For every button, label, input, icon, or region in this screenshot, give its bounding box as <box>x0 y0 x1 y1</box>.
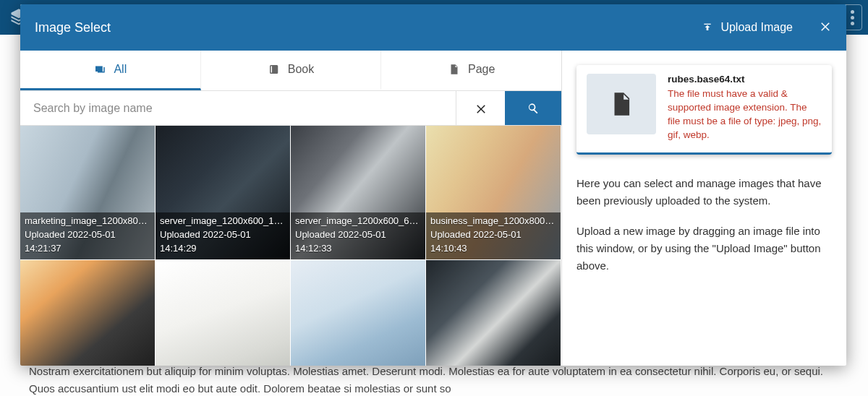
close-icon <box>475 102 488 115</box>
image-filename: business_image_1200x800_5.jp <box>430 215 556 228</box>
image-thumbnail[interactable]: marketing_image_1200x800_1.Uploaded 2022… <box>20 126 156 260</box>
image-uploaded: Uploaded 2022-05-01 14:10:43 <box>430 228 556 256</box>
image-grid: marketing_image_1200x800_1.Uploaded 2022… <box>20 126 561 366</box>
image-uploaded: Uploaded 2022-05-01 14:14:29 <box>160 228 286 256</box>
modal-body: All Book Page mar <box>20 51 846 366</box>
file-icon <box>608 87 635 121</box>
tab-page[interactable]: Page <box>381 51 561 90</box>
close-button[interactable] <box>819 20 832 36</box>
search-icon <box>526 101 540 116</box>
upload-image-label: Upload Image <box>720 21 793 34</box>
image-filename: marketing_image_1200x800_1. <box>25 215 150 228</box>
modal-header: Image Select Upload Image <box>20 4 846 51</box>
error-message: The file must have a valid & supported i… <box>668 87 822 142</box>
right-pane: rubes.base64.txt The file must have a va… <box>562 51 846 366</box>
image-meta: server_image_1200x600_6.jpgUploaded 2022… <box>291 212 425 259</box>
tab-all[interactable]: All <box>20 51 201 90</box>
upload-image-button[interactable]: Upload Image <box>702 21 793 34</box>
modal-title: Image Select <box>35 20 111 35</box>
image-thumbnail[interactable]: server_image_1200x600_13.jpgUploaded 202… <box>156 126 291 260</box>
helper-paragraph-2: Upload a new image by dragging an image … <box>576 223 832 275</box>
image-filename: server_image_1200x600_13.jpg <box>160 215 286 228</box>
close-icon <box>819 20 832 33</box>
helper-text: Here you can select and manage images th… <box>576 175 832 275</box>
left-pane: All Book Page mar <box>20 51 562 366</box>
error-filename: rubes.base64.txt <box>668 74 822 85</box>
image-thumbnail[interactable]: server_image_1200x600_6.jpgUploaded 2022… <box>291 126 426 260</box>
image-filename: server_image_1200x600_6.jpg <box>295 215 421 228</box>
search-button[interactable] <box>505 91 561 125</box>
image-thumbnail[interactable] <box>291 260 426 366</box>
image-meta: server_image_1200x600_13.jpgUploaded 202… <box>156 212 290 259</box>
image-thumbnail[interactable] <box>156 260 291 366</box>
image-meta: marketing_image_1200x800_1.Uploaded 2022… <box>20 212 155 259</box>
image-thumbnail[interactable] <box>426 260 561 366</box>
search-input[interactable] <box>20 91 456 125</box>
page-icon <box>448 63 461 76</box>
file-thumbnail <box>587 74 656 134</box>
image-uploaded: Uploaded 2022-05-01 14:12:33 <box>295 228 421 256</box>
upload-error-card: rubes.base64.txt The file must have a va… <box>576 65 832 155</box>
tabs: All Book Page <box>20 51 561 91</box>
images-icon <box>93 63 106 76</box>
tab-book-label: Book <box>288 63 314 76</box>
search-row <box>20 91 561 126</box>
upload-icon <box>702 22 713 33</box>
book-icon <box>268 63 281 76</box>
tab-all-label: All <box>114 63 127 76</box>
tab-book[interactable]: Book <box>201 51 382 90</box>
image-select-modal: Image Select Upload Image All Book <box>20 4 846 366</box>
image-meta: business_image_1200x800_5.jpUploaded 202… <box>426 212 561 259</box>
tab-page-label: Page <box>468 63 495 76</box>
helper-paragraph-1: Here you can select and manage images th… <box>576 175 832 210</box>
image-thumbnail[interactable]: business_image_1200x800_5.jpUploaded 202… <box>426 126 561 260</box>
image-uploaded: Uploaded 2022-05-01 14:21:37 <box>25 228 150 256</box>
clear-search-button[interactable] <box>456 91 505 125</box>
image-thumbnail[interactable] <box>20 260 156 366</box>
